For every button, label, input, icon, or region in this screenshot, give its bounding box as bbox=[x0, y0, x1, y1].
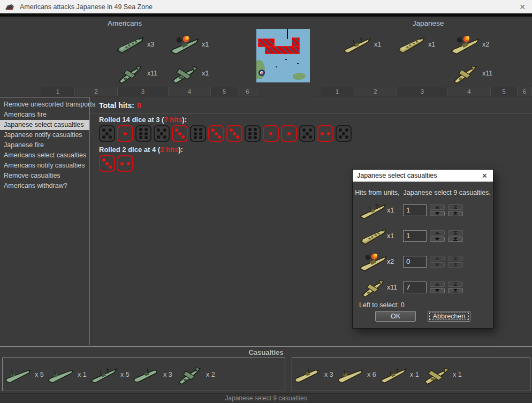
fighter-icon bbox=[176, 363, 203, 386]
battle-step-item: Remove unescorted transports bbox=[0, 100, 89, 110]
ruler-cell: 5 bbox=[491, 87, 518, 96]
separator bbox=[0, 346, 532, 347]
die bbox=[336, 125, 352, 142]
battle-step-item: Americans withdraw? bbox=[0, 181, 89, 191]
roll-label: Rolled 14 dice at 3 (7 hits): bbox=[99, 116, 352, 124]
die bbox=[317, 125, 333, 142]
casualty-count-input[interactable]: 7 bbox=[403, 282, 427, 293]
roll-label-text: 7 hits bbox=[164, 116, 182, 124]
unit-count: x11 bbox=[147, 70, 157, 77]
unit-count: x2 bbox=[482, 41, 489, 48]
die bbox=[263, 125, 279, 142]
left-to-select-label: Left to select: 0 bbox=[359, 301, 405, 309]
spinner-min-button[interactable] bbox=[448, 237, 463, 242]
casualty-rows: x11 x11 x20 x117 bbox=[359, 199, 463, 301]
spinner-max-button[interactable] bbox=[448, 256, 463, 261]
bomber-icon bbox=[422, 363, 450, 386]
window-titlebar[interactable]: Americans attacks Japanese in 49 Sea Zon… bbox=[0, 0, 532, 13]
unit-count: x1 bbox=[387, 232, 401, 240]
battle-window: Americans attacks Japanese in 49 Sea Zon… bbox=[0, 0, 532, 403]
casualty-count-input[interactable]: 0 bbox=[403, 256, 427, 268]
die bbox=[172, 125, 188, 142]
battle-steps-list: Remove unescorted transportsAmericans fi… bbox=[0, 97, 90, 345]
die bbox=[99, 125, 115, 142]
dialog-close-button[interactable]: ✕ bbox=[482, 172, 488, 180]
ruler-cell: 5 bbox=[211, 87, 238, 96]
total-hits: Total hits:9 bbox=[99, 101, 141, 110]
spinner-increment-button[interactable] bbox=[430, 282, 445, 287]
ruler-cell: 2 bbox=[75, 87, 118, 96]
spinner-decrement-button[interactable] bbox=[430, 262, 445, 268]
separator bbox=[90, 113, 532, 114]
dice-row bbox=[99, 155, 352, 172]
die bbox=[208, 125, 224, 142]
roll-label-text: Rolled 2 dice at 4 ( bbox=[99, 146, 160, 154]
roll-label-text: ): bbox=[182, 116, 187, 124]
casualty-row: x11 bbox=[359, 224, 463, 248]
die bbox=[245, 125, 261, 142]
unit-entry: x1 bbox=[168, 30, 223, 59]
dialog-buttons: OK Abbrechen bbox=[353, 311, 493, 322]
die bbox=[117, 155, 133, 172]
bomber-icon bbox=[170, 61, 199, 86]
spinner-max-button[interactable] bbox=[448, 230, 463, 235]
unit-count: x 1 bbox=[453, 371, 462, 378]
titlebar-divider bbox=[0, 13, 532, 17]
battle-zone-stripes bbox=[292, 37, 300, 47]
spinner-increment-button[interactable] bbox=[430, 230, 445, 235]
transport-icon bbox=[47, 363, 75, 386]
transport-icon bbox=[4, 363, 32, 386]
die bbox=[226, 125, 242, 142]
roll-label-text: 2 hits bbox=[160, 146, 178, 154]
destroyer-icon bbox=[379, 363, 407, 386]
unit-entry: x3 bbox=[113, 30, 168, 59]
dialog-titlebar[interactable]: Japanese select casualties ✕ bbox=[353, 170, 493, 182]
unit-entry: x 5 bbox=[4, 363, 47, 386]
spinner-increment-button[interactable] bbox=[430, 256, 445, 261]
spinner-step-group bbox=[430, 256, 445, 268]
window-title: Americans attacks Japanese in 49 Sea Zon… bbox=[20, 3, 519, 11]
unit-entry: x 1 bbox=[47, 363, 90, 386]
ruler-cell: 6 bbox=[518, 87, 532, 96]
dice-rolls-area: Rolled 14 dice at 3 (7 hits):Rolled 2 di… bbox=[99, 116, 352, 176]
casualty-row: x11 bbox=[359, 199, 463, 222]
spinner-min-button[interactable] bbox=[448, 288, 463, 293]
spinner-decrement-button[interactable] bbox=[430, 288, 445, 293]
spinner-limit-group bbox=[448, 204, 463, 216]
ok-button[interactable]: OK bbox=[375, 311, 416, 322]
total-hits-value: 9 bbox=[137, 101, 141, 110]
casualty-count-input[interactable]: 1 bbox=[403, 230, 427, 242]
spinner-decrement-button[interactable] bbox=[430, 211, 445, 216]
unit-count: x 2 bbox=[206, 371, 215, 378]
attacker-casualties-panel: x 5 x 1 x 5 x 3 x 2 bbox=[2, 358, 285, 391]
spinner-limit-group bbox=[448, 282, 463, 293]
roll-label-text: ): bbox=[178, 146, 183, 154]
status-text: Japanese select 9 casualties bbox=[225, 394, 307, 402]
island bbox=[293, 73, 306, 80]
die bbox=[190, 125, 206, 142]
unit-entry: x 3 bbox=[294, 363, 337, 386]
window-close-button[interactable]: ✕ bbox=[519, 3, 526, 11]
spinner-min-button[interactable] bbox=[448, 211, 463, 216]
battle-step-item: Americans select casualties bbox=[0, 150, 89, 161]
defender-strength-ruler: 123456 bbox=[310, 87, 532, 96]
battle-step-item: Japanese select casualties bbox=[0, 120, 89, 130]
spinner-min-button[interactable] bbox=[448, 262, 463, 268]
unit-entry: x 6 bbox=[337, 363, 379, 386]
die bbox=[99, 155, 115, 172]
unit-count: x1 bbox=[374, 41, 381, 48]
total-hits-label: Total hits: bbox=[99, 101, 134, 110]
unit-count: x 5 bbox=[35, 371, 44, 378]
spinner-max-button[interactable] bbox=[448, 204, 463, 210]
die bbox=[117, 125, 133, 142]
unit-count: x3 bbox=[147, 41, 154, 48]
casualty-count-input[interactable]: 1 bbox=[403, 204, 427, 216]
cancel-button[interactable]: Abbrechen bbox=[428, 311, 470, 322]
unit-count: x1 bbox=[202, 70, 209, 77]
battleship-fire-icon bbox=[170, 32, 199, 57]
dialog-title: Japanese select casualties bbox=[357, 172, 482, 179]
spinner-max-button[interactable] bbox=[448, 282, 463, 287]
unit-count: x 6 bbox=[367, 371, 376, 378]
spinner-increment-button[interactable] bbox=[430, 204, 445, 210]
spinner-decrement-button[interactable] bbox=[430, 237, 445, 242]
